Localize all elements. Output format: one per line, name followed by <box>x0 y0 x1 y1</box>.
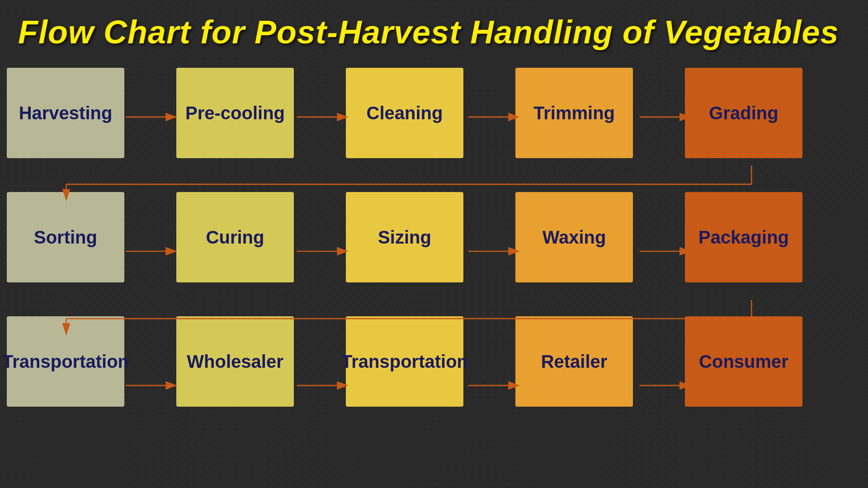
flowchart: Harvesting Pre-cooling Cleaning Trimming… <box>0 63 868 488</box>
node-precooling: Pre-cooling <box>176 68 294 158</box>
node-wholesaler: Wholesaler <box>176 316 294 407</box>
node-sizing: Sizing <box>346 192 463 282</box>
page-title: Flow Chart for Post-Harvest Handling of … <box>0 0 868 60</box>
node-cleaning: Cleaning <box>346 68 463 158</box>
node-consumer: Consumer <box>685 316 802 407</box>
node-transportation1: Transportation <box>7 316 124 407</box>
node-curing: Curing <box>176 192 294 282</box>
node-grading: Grading <box>685 68 802 158</box>
node-retailer: Retailer <box>515 316 633 407</box>
node-transportation2: Transportation <box>346 316 463 407</box>
node-trimming: Trimming <box>515 68 633 158</box>
node-waxing: Waxing <box>515 192 633 282</box>
node-harvesting: Harvesting <box>7 68 124 158</box>
node-packaging: Packaging <box>685 192 802 282</box>
node-sorting: Sorting <box>7 192 124 282</box>
